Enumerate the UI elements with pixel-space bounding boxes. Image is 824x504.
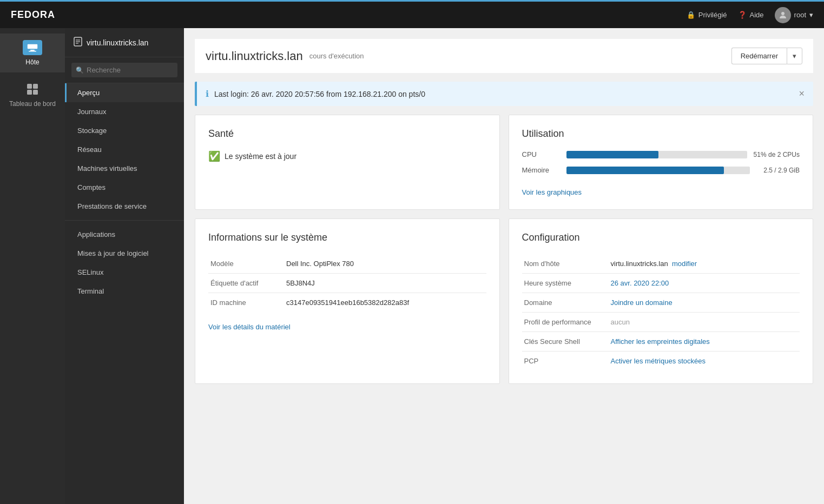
nav-item-prestations[interactable]: Prestations de service	[65, 197, 184, 216]
svg-rect-2	[30, 50, 35, 51]
sidebar-item-hote[interactable]: Hôte	[0, 34, 65, 72]
health-status: ✅ Le système est à jour	[208, 150, 486, 162]
cpu-label: CPU	[522, 150, 560, 158]
restart-button[interactable]: Redémarrer	[731, 48, 787, 64]
navbar-right: 🔒 Privilégié ❓ Aide root ▾	[687, 7, 813, 23]
utilisation-card: Utilisation CPU 51% de 2 CPUs Mémoire 2.…	[509, 115, 814, 210]
sysinfo-label-modele: Modèle	[208, 254, 284, 274]
nav-item-stockage[interactable]: Stockage	[65, 121, 184, 140]
cards-grid: Santé ✅ Le système est à jour Utilisatio…	[195, 115, 813, 384]
sidebar-tableau-label: Tableau de bord	[9, 100, 56, 108]
chevron-down-icon: ▾	[809, 11, 813, 19]
nav-item-comptes[interactable]: Comptes	[65, 178, 184, 197]
config-label-profil: Profil de performance	[522, 313, 609, 332]
sysinfo-label-id: ID machine	[208, 293, 284, 313]
main-title-area: virtu.linuxtricks.lan cours d'exécution	[206, 49, 364, 63]
sidebar-search-container: 🔍	[65, 57, 184, 83]
nav-apercu-label: Aperçu	[77, 89, 100, 97]
nav-item-reseau[interactable]: Réseau	[65, 140, 184, 159]
restart-dropdown-button[interactable]: ▾	[787, 48, 802, 64]
table-row: Profil de performance aucun	[522, 313, 800, 332]
view-graphs-link[interactable]: Voir les graphiques	[522, 188, 582, 196]
profil-muted: aucun	[611, 318, 630, 326]
config-label-ssh: Clés Secure Shell	[522, 332, 609, 352]
sysinfo-table: Modèle Dell Inc. OptiPlex 780 Étiquette …	[208, 254, 486, 312]
ssh-link[interactable]: Afficher les empreintes digitales	[611, 337, 710, 346]
nav-primary-items: Aperçu Journaux Stockage Réseau Machines…	[65, 83, 184, 216]
nav-item-selinux[interactable]: SELinux	[65, 263, 184, 282]
alert-banner: ℹ Last login: 26 avr. 2020 20:57:56 from…	[195, 82, 813, 106]
config-value-hostname: virtu.linuxtricks.lan modifier	[609, 254, 800, 274]
help-nav-item[interactable]: ❓ Aide	[738, 11, 764, 19]
nav-divider	[65, 220, 184, 221]
memory-label: Mémoire	[522, 166, 560, 174]
heure-link[interactable]: 26 avr. 2020 22:00	[611, 279, 669, 287]
help-label: Aide	[750, 11, 764, 19]
host-icon	[23, 40, 42, 55]
sidebar-item-tableau[interactable]: Tableau de bord	[0, 75, 65, 114]
health-card: Santé ✅ Le système est à jour	[195, 115, 500, 210]
sysinfo-label-etiquette: Étiquette d'actif	[208, 274, 284, 293]
nav-secondary-items: Applications Mises à jour de logiciel SE…	[65, 225, 184, 301]
sidebar-nav: virtu.linuxtricks.lan 🔍 Aperçu Journaux …	[65, 28, 184, 504]
privileged-nav-item[interactable]: 🔒 Privilégié	[687, 11, 727, 19]
search-input[interactable]	[71, 63, 177, 77]
svg-rect-7	[33, 90, 38, 95]
nav-item-apercu[interactable]: Aperçu	[65, 83, 184, 102]
memory-value: 2.5 / 2.9 GiB	[756, 167, 800, 174]
info-icon: ℹ	[206, 89, 209, 99]
memory-usage-row: Mémoire 2.5 / 2.9 GiB	[522, 166, 800, 174]
table-row: Heure système 26 avr. 2020 22:00	[522, 274, 800, 293]
nav-selinux-label: SELinux	[77, 268, 103, 276]
nav-item-applications[interactable]: Applications	[65, 225, 184, 244]
search-icon: 🔍	[76, 67, 84, 74]
utilisation-card-title: Utilisation	[522, 128, 800, 140]
user-label: root	[794, 11, 806, 19]
nav-item-mises-a-jour[interactable]: Mises à jour de logiciel	[65, 244, 184, 263]
memory-progress-bar	[566, 167, 750, 174]
nav-item-terminal[interactable]: Terminal	[65, 282, 184, 301]
svg-rect-6	[27, 90, 32, 95]
alert-banner-content: ℹ Last login: 26 avr. 2020 20:57:56 from…	[206, 89, 425, 99]
table-row: Clés Secure Shell Afficher les empreinte…	[522, 332, 800, 352]
table-row: PCP Activer les métriques stockées	[522, 352, 800, 371]
nav-terminal-label: Terminal	[77, 287, 104, 295]
config-label-domaine: Domaine	[522, 293, 609, 313]
config-value-heure: 26 avr. 2020 22:00	[609, 274, 800, 293]
table-row: Étiquette d'actif 5BJ8N4J	[208, 274, 486, 293]
sidebar-hosts: Hôte Tableau de bord	[0, 28, 65, 504]
nav-mises-a-jour-label: Mises à jour de logiciel	[77, 249, 149, 257]
config-value-profil: aucun	[609, 313, 800, 332]
user-menu[interactable]: root ▾	[775, 7, 813, 23]
hostname-modify-link[interactable]: modifier	[672, 260, 697, 268]
svg-point-0	[781, 12, 785, 15]
sysinfo-card: Informations sur le système Modèle Dell …	[195, 218, 500, 384]
view-hardware-link[interactable]: Voir les détails du matériel	[208, 323, 291, 331]
lock-icon: 🔒	[687, 11, 695, 19]
alert-close-button[interactable]: ×	[799, 88, 805, 100]
config-card: Configuration Nom d'hôte virtu.linuxtric…	[509, 218, 814, 384]
memory-bar-fill	[566, 167, 724, 174]
svg-rect-5	[33, 84, 38, 89]
nav-item-journaux[interactable]: Journaux	[65, 102, 184, 121]
config-value-pcp: Activer les métriques stockées	[609, 352, 800, 371]
privileged-label: Privilégié	[698, 11, 727, 19]
nav-item-machines[interactable]: Machines virtuelles	[65, 159, 184, 178]
dashboard-icon	[23, 82, 42, 97]
cpu-value: 51% de 2 CPUs	[754, 151, 800, 158]
main-content: virtu.linuxtricks.lan cours d'exécution …	[184, 28, 824, 504]
check-circle-icon: ✅	[208, 150, 220, 162]
main-header: virtu.linuxtricks.lan cours d'exécution …	[195, 39, 813, 73]
nav-stockage-label: Stockage	[77, 127, 107, 135]
sysinfo-value-modele: Dell Inc. OptiPlex 780	[284, 254, 486, 274]
domaine-link[interactable]: Joindre un domaine	[611, 299, 673, 307]
brand-logo: FEDORA	[11, 9, 55, 21]
svg-rect-4	[27, 84, 32, 89]
sysinfo-value-etiquette: 5BJ8N4J	[284, 274, 486, 293]
restart-button-wrap: Redémarrer ▾	[731, 48, 802, 64]
config-label-heure: Heure système	[522, 274, 609, 293]
config-label-hostname: Nom d'hôte	[522, 254, 609, 274]
pcp-link[interactable]: Activer les métriques stockées	[611, 357, 706, 365]
sysinfo-value-id: c3147e09351941eeb16b5382d282a83f	[284, 293, 486, 313]
layout: Hôte Tableau de bord	[0, 28, 824, 504]
